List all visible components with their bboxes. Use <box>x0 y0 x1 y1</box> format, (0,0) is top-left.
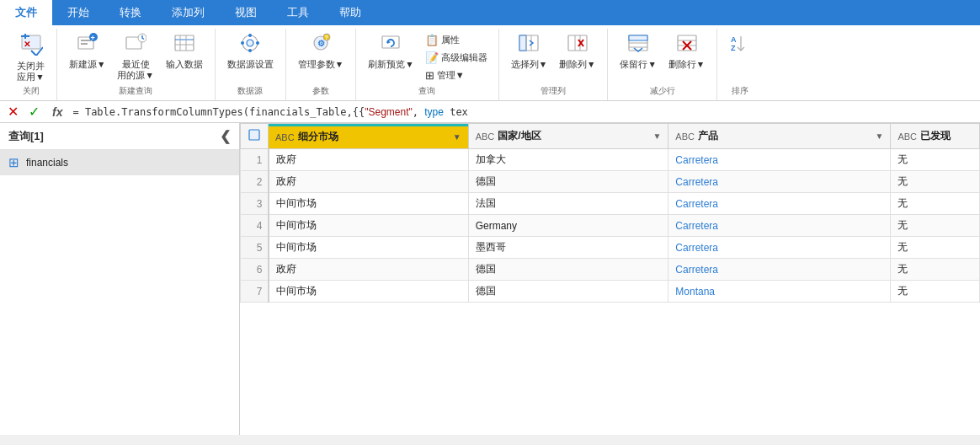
row-num-3: 3 <box>241 193 269 215</box>
svg-rect-41 <box>678 35 696 51</box>
properties-icon: 📋 <box>425 34 439 46</box>
tab-home[interactable]: 开始 <box>52 0 104 25</box>
ribbon-group-query: 刷新预览▼ 📋 属性 📝 高级编辑器 ⊞ 管理▼ 查询 <box>356 29 498 100</box>
ribbon-group-sort: A Z 排序 <box>717 29 763 100</box>
cell-segment-1: 政府 <box>269 149 469 171</box>
cell-discount-1: 无 <box>891 149 980 171</box>
ribbon-group-new-query-label: 新建查询 <box>119 85 152 100</box>
cell-segment-6: 政府 <box>269 259 469 281</box>
close-apply-button[interactable]: ✕ 关闭并应用▼ <box>12 29 50 85</box>
formula-confirm-button[interactable]: ✓ <box>26 104 42 120</box>
ribbon-group-params: ⚙ ? 管理参数▼ 参数 <box>286 29 356 100</box>
manage-params-label: 管理参数▼ <box>298 59 344 70</box>
tab-add-col[interactable]: 添加列 <box>157 0 220 25</box>
table-row: 3 中间市场 法国 Carretera 无 <box>241 193 980 215</box>
ribbon-group-query-label: 查询 <box>418 85 435 100</box>
manage-params-button[interactable]: ⚙ ? 管理参数▼ <box>293 29 349 73</box>
svg-point-20 <box>241 41 244 45</box>
ribbon-group-close-label: 关闭 <box>23 85 40 100</box>
svg-point-17 <box>247 40 253 46</box>
cell-discount-6: 无 <box>891 259 980 281</box>
cell-product-7: Montana <box>668 281 891 303</box>
ribbon-group-datasource-label: 数据源 <box>237 85 263 100</box>
keep-rows-icon <box>627 32 649 57</box>
new-source-label: 新建源▼ <box>69 59 105 70</box>
row-num-6: 6 <box>241 259 269 281</box>
row-num-1: 1 <box>241 149 269 171</box>
manage-label: 管理▼ <box>437 69 465 82</box>
remove-rows-button[interactable]: 删除行▼ <box>663 29 710 73</box>
sidebar-item-financials[interactable]: ⊞ financials <box>0 150 239 175</box>
refresh-preview-button[interactable]: 刷新预览▼ <box>363 29 418 73</box>
col-header-country[interactable]: ABC 国家/地区 ▼ <box>468 124 668 149</box>
recent-source-label: 最近使用的源▼ <box>117 59 153 80</box>
ribbon-group-close: ✕ 关闭并应用▼ 关闭 <box>5 29 57 100</box>
remove-cols-button[interactable]: 删除列▼ <box>554 29 600 73</box>
table-row: 1 政府 加拿大 Carretera 无 <box>241 149 980 171</box>
svg-text:A: A <box>731 35 737 44</box>
row-selector-header <box>241 124 269 149</box>
table-row: 2 政府 德国 Carretera 无 <box>241 171 980 193</box>
formula-text: = Table.TransformColumnTypes(financials_… <box>72 106 975 118</box>
table-row: 7 中间市场 德国 Montana 无 <box>241 281 980 303</box>
keep-rows-button[interactable]: 保留行▼ <box>615 29 661 73</box>
formula-fx-icon: fx <box>47 105 67 119</box>
col-type-discount: ABC <box>897 131 917 142</box>
col-label-segment: 细分市场 <box>298 130 338 144</box>
properties-button[interactable]: 📋 属性 <box>421 32 492 48</box>
tab-transform[interactable]: 转换 <box>104 0 157 25</box>
main-layout: 查询[1] ❮ ⊞ financials ABC 细分市场 <box>0 123 980 435</box>
cell-country-3: 法国 <box>468 193 668 215</box>
refresh-preview-label: 刷新预览▼ <box>368 59 413 70</box>
enter-data-button[interactable]: 输入数据 <box>161 29 208 73</box>
ribbon-group-params-label: 参数 <box>312 85 329 100</box>
tab-help[interactable]: 帮助 <box>324 0 376 25</box>
row-num-7: 7 <box>241 281 269 303</box>
formula-cancel-button[interactable]: ✕ <box>5 104 21 120</box>
ribbon-group-reduce-rows: 保留行▼ 删除行▼ 减少行 <box>608 29 717 100</box>
col-label-country: 国家/地区 <box>498 129 541 143</box>
cell-country-7: 德国 <box>468 281 668 303</box>
sort-az-button[interactable]: A Z <box>724 29 756 61</box>
tab-tools[interactable]: 工具 <box>272 0 324 25</box>
ribbon-tab-bar: 文件 开始 转换 添加列 视图 工具 帮助 <box>0 0 980 25</box>
cell-product-6: Carretera <box>668 259 891 281</box>
advanced-editor-button[interactable]: 📝 高级编辑器 <box>421 50 492 66</box>
row-num-4: 4 <box>241 215 269 237</box>
col-dropdown-product[interactable]: ▼ <box>875 131 883 141</box>
new-source-button[interactable]: + 新建源▼ <box>64 29 110 73</box>
cell-country-1: 加拿大 <box>468 149 668 171</box>
sidebar-collapse-button[interactable]: ❮ <box>220 128 231 144</box>
datasource-settings-button[interactable]: 数据源设置 <box>222 29 279 73</box>
col-dropdown-country[interactable]: ▼ <box>652 131 661 141</box>
new-source-icon: + <box>77 32 99 57</box>
cell-country-5: 墨西哥 <box>468 237 668 259</box>
col-header-product[interactable]: ABC 产品 ▼ <box>668 124 891 149</box>
close-apply-icon: ✕ <box>19 32 43 59</box>
col-dropdown-segment[interactable]: ▼ <box>453 132 461 142</box>
cell-discount-2: 无 <box>891 171 980 193</box>
cell-country-2: 德国 <box>468 171 668 193</box>
manage-params-icon: ⚙ ? <box>310 32 332 57</box>
sidebar-item-label: financials <box>26 157 68 169</box>
col-label-product: 产品 <box>698 129 718 143</box>
row-num-2: 2 <box>241 171 269 193</box>
cell-product-4: Carretera <box>668 215 891 237</box>
tab-file[interactable]: 文件 <box>0 0 52 25</box>
table-row: 6 政府 德国 Carretera 无 <box>241 259 980 281</box>
svg-rect-5 <box>81 40 91 41</box>
recent-source-button[interactable]: 最近使用的源▼ <box>112 29 158 83</box>
manage-button[interactable]: ⊞ 管理▼ <box>421 67 492 83</box>
col-header-segment[interactable]: ABC 细分市场 ▼ <box>269 124 469 149</box>
col-type-segment: ABC <box>275 132 295 142</box>
data-area: ABC 细分市场 ▼ ABC 国家/地区 ▼ <box>240 123 980 435</box>
table-header-row: ABC 细分市场 ▼ ABC 国家/地区 ▼ <box>241 124 980 149</box>
choose-cols-button[interactable]: 选择列▼ <box>506 29 552 73</box>
col-header-discount[interactable]: ABC 已发现 <box>891 124 980 149</box>
ribbon-group-new-query: + 新建源▼ 最近使用的源▼ <box>57 29 216 100</box>
ribbon-group-sort-label: 排序 <box>732 85 748 100</box>
svg-rect-29 <box>519 35 526 51</box>
tab-view[interactable]: 视图 <box>220 0 272 25</box>
cell-discount-3: 无 <box>891 193 980 215</box>
col-type-country: ABC <box>476 131 495 142</box>
